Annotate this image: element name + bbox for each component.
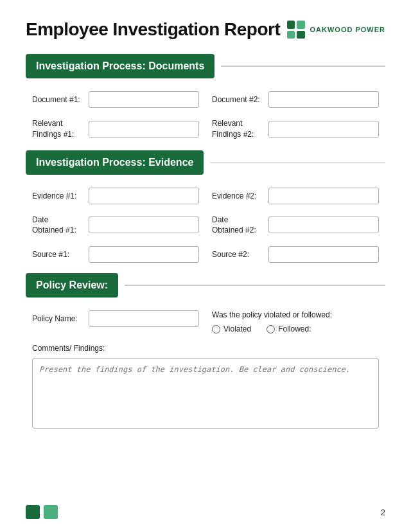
ev1-field: Evidence #1: (32, 188, 199, 204)
doc1-label: Document #1: (32, 95, 83, 104)
evidence-row-2: DateObtained #1: DateObtained #2: (26, 215, 385, 236)
documents-section-title: Investigation Process: Documents (26, 54, 214, 78)
documents-section: Investigation Process: Documents Documen… (26, 54, 385, 140)
policy-section-header: Policy Review: (26, 273, 385, 297)
page-footer: 2 (26, 505, 385, 519)
doc2-field: Document #2: (212, 91, 379, 108)
evidence-section-header: Investigation Process: Evidence (26, 150, 385, 175)
findings1-input[interactable] (89, 121, 199, 137)
logo-text: OAKWOOD POWER (310, 26, 386, 33)
date1-label: DateObtained #1: (32, 215, 83, 236)
ev2-input[interactable] (268, 188, 379, 204)
date2-label: DateObtained #2: (212, 215, 263, 236)
comments-label: Comments/ Findings: (32, 344, 379, 353)
page-number: 2 (381, 508, 385, 517)
radio-group: Violated Followed: (212, 324, 379, 333)
logo-cell-bl (287, 31, 295, 39)
comments-section: Comments/ Findings: (26, 344, 385, 431)
radio-violated[interactable]: Violated (212, 324, 251, 333)
source2-field: Source #2: (212, 246, 379, 263)
page-header: Employee Investigation Report OAKWOOD PO… (26, 19, 385, 40)
date1-field: DateObtained #1: (32, 215, 199, 236)
comments-textarea[interactable] (32, 358, 379, 429)
documents-row-1: Document #1: Document #2: (26, 91, 385, 108)
logo-area: OAKWOOD POWER (287, 21, 386, 39)
logo-cell-tl (287, 21, 295, 29)
documents-row-2: RelevantFindings #1: RelevantFindings #2… (26, 118, 385, 140)
findings2-input[interactable] (268, 121, 379, 137)
source2-label: Source #2: (212, 250, 263, 259)
findings1-label: RelevantFindings #1: (32, 118, 83, 140)
policy-radio-area: Was the policy violated or followed: Vio… (212, 310, 379, 333)
radio-violated-label: Violated (223, 324, 251, 333)
report-title: Employee Investigation Report (26, 19, 280, 40)
findings2-label: RelevantFindings #2: (212, 118, 263, 140)
logo-icon (287, 21, 305, 39)
doc1-field: Document #1: (32, 91, 199, 108)
doc2-input[interactable] (268, 91, 379, 108)
footer-icons (26, 505, 58, 519)
doc1-input[interactable] (89, 91, 199, 108)
policy-divider-line (125, 285, 385, 286)
date2-input[interactable] (268, 217, 379, 233)
source1-input[interactable] (89, 246, 199, 263)
evidence-row-3: Source #1: Source #2: (26, 246, 385, 263)
evidence-section: Investigation Process: Evidence Evidence… (26, 150, 385, 263)
policy-section: Policy Review: Policy Name: Was the poli… (26, 273, 385, 431)
radio-followed[interactable]: Followed: (267, 324, 311, 333)
findings2-field: RelevantFindings #2: (212, 118, 379, 140)
radio-followed-circle (267, 325, 275, 333)
ev1-label: Evidence #1: (32, 191, 83, 200)
source2-input[interactable] (268, 246, 379, 263)
evidence-section-title: Investigation Process: Evidence (26, 150, 204, 175)
documents-divider-line (221, 66, 385, 67)
ev1-input[interactable] (89, 188, 199, 204)
documents-section-header: Investigation Process: Documents (26, 54, 385, 78)
source1-field: Source #1: (32, 246, 199, 263)
ev2-label: Evidence #2: (212, 191, 263, 200)
source1-label: Source #1: (32, 250, 83, 259)
ev2-field: Evidence #2: (212, 188, 379, 204)
evidence-divider-line (210, 162, 385, 163)
radio-followed-label: Followed: (278, 324, 311, 333)
logo-cell-br (297, 31, 305, 39)
policy-row: Policy Name: Was the policy violated or … (26, 310, 385, 333)
findings1-field: RelevantFindings #1: (32, 118, 199, 140)
footer-icon-1 (26, 505, 40, 519)
date2-field: DateObtained #2: (212, 215, 379, 236)
policy-section-title: Policy Review: (26, 273, 118, 297)
policy-name-field: Policy Name: (32, 310, 199, 327)
policy-name-label: Policy Name: (32, 314, 83, 323)
footer-icon-2 (44, 505, 58, 519)
policy-name-input[interactable] (89, 310, 199, 327)
policy-question-label: Was the policy violated or followed: (212, 310, 379, 319)
radio-violated-circle (212, 325, 220, 333)
date1-input[interactable] (89, 217, 199, 233)
doc2-label: Document #2: (212, 95, 263, 104)
logo-cell-tr (297, 21, 305, 29)
evidence-row-1: Evidence #1: Evidence #2: (26, 188, 385, 204)
